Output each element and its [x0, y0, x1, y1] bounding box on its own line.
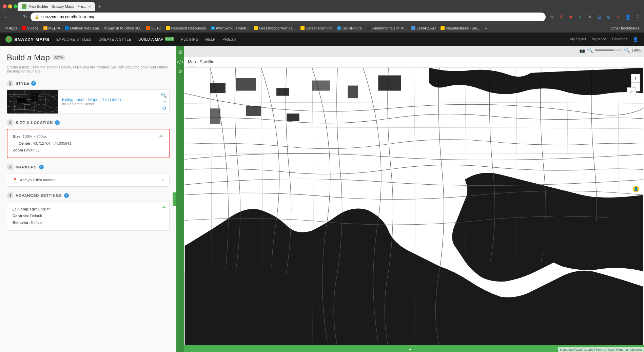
app-logo: 📍 SNAZZY MAPS [5, 36, 50, 43]
bookmark-star-btn[interactable]: ☆ [548, 13, 556, 21]
bookmark-fundamentals[interactable]: Fundamentals of M... [365, 25, 409, 31]
map-tool-code[interactable]: </> [177, 59, 183, 65]
address-bar[interactable]: 🔒 [31, 13, 546, 21]
adobe-btn[interactable]: ■ [567, 13, 575, 21]
nav-plugins[interactable]: PLUGINS [181, 37, 199, 41]
svg-rect-2 [31, 93, 38, 102]
style-settings-btn[interactable]: ⚙ [162, 105, 167, 111]
controls-row: Controls: Default [13, 213, 164, 220]
bookmark-outlook[interactable]: Outlook Web App [63, 25, 101, 31]
favorites-link[interactable]: Favorites [612, 37, 627, 42]
marker-chevron-right: › [162, 177, 164, 183]
nav-create-style[interactable]: CREATE A STYLE [98, 37, 132, 41]
bookmark-research[interactable]: Research Resources [164, 25, 208, 31]
bookmark-afterwork[interactable]: in After work, is what... [209, 25, 251, 31]
bookmark-office365[interactable]: ⊞ Sign in to Office 365 [102, 25, 143, 31]
advanced-edit-btn[interactable]: ✏ [162, 205, 167, 210]
map-visual: ⤢ + − 👤 Map data ©2023 Google | Terms of… [184, 57, 644, 352]
map-screenshot-icon[interactable]: 📷 [579, 47, 585, 53]
my-styles-link[interactable]: My Styles [570, 37, 586, 42]
nav-build-map[interactable]: BUILD A MAP NEW [138, 37, 174, 41]
forward-btn[interactable]: → [12, 14, 20, 20]
zoom-percent-label: 100% [632, 48, 641, 52]
marker-pin-icon: 📍 [13, 178, 17, 182]
style-help-icon[interactable]: ? [31, 81, 36, 86]
markers-help-icon[interactable]: ? [39, 165, 44, 169]
tab-close-btn[interactable]: ✕ [88, 5, 91, 8]
bookmark-ch341[interactable]: CH341SER [409, 25, 438, 31]
style-card: Epilog Laser - Maps (Thin Lines) by Benj… [7, 89, 170, 114]
sutd-favicon [146, 26, 150, 30]
bookmark-videos[interactable]: Videos [20, 25, 40, 31]
win-min-btn[interactable] [8, 4, 12, 8]
zoom-info-row: Zoom Level: 11 [13, 147, 163, 154]
add-marker-row[interactable]: 📍 Add your first marker [13, 178, 55, 182]
bookmarks-more-btn[interactable]: » [483, 25, 489, 31]
style-search-btn[interactable]: 🔍 [161, 92, 167, 98]
header-user-btn[interactable]: 👤 [633, 37, 639, 42]
size-location-help-icon[interactable]: ? [55, 120, 60, 125]
style-thumbnail-svg [7, 90, 58, 113]
bookmark-ch341-label: CH341SER [416, 26, 436, 30]
pegman-icon[interactable]: 👤 [632, 186, 639, 192]
advanced-help-icon[interactable]: ? [64, 193, 69, 198]
style-author: by Benjamin Sieber [62, 102, 154, 106]
size-location-edit-btn[interactable]: ✏ [159, 133, 163, 139]
outlook-favicon [65, 26, 69, 30]
other-bookmarks-btn[interactable]: Other bookmarks [609, 25, 641, 31]
advanced-title: ADVANCED SETTINGS [16, 193, 62, 198]
advanced-card: ✏ Language: English Controls: Default B [7, 202, 170, 230]
bookmark-skillsfuture[interactable]: SkillsFuture [335, 25, 364, 31]
bookmark-sutd[interactable]: SUTD [144, 25, 163, 31]
style-info: Epilog Laser - Maps (Thin Lines) by Benj… [58, 90, 158, 113]
bookmark-sutd-label: SUTD [151, 26, 161, 30]
size-location-content: ✏ Size: 100% × 600px ○ Center: 40.712784… [13, 133, 163, 153]
bookmark-career[interactable]: Career Planning [298, 25, 335, 31]
nav-press[interactable]: PRESS [222, 37, 236, 41]
menu-btn[interactable]: ⋮ [633, 13, 641, 21]
url-input[interactable] [41, 15, 542, 19]
address-bar-row: ← → ↻ 🔒 ☆ A ■ K ✕ ⊞ ⊕ M 👤 ⋮ [0, 11, 644, 23]
page-title: Build a Map BETA [7, 53, 170, 62]
size-label: Size: [13, 134, 22, 139]
panel-collapse-toggle[interactable]: ‹ [173, 192, 176, 206]
back-btn[interactable]: ← [3, 14, 10, 20]
style-section-title: STYLE [16, 81, 29, 85]
style-section: 1 STYLE ? [7, 80, 170, 114]
map-tool-layers[interactable]: ⊕ [178, 49, 182, 55]
google-apps-btn[interactable]: ⊞ [595, 13, 603, 21]
win-max-btn[interactable] [14, 4, 18, 8]
skillsfuture-favicon [337, 26, 341, 30]
map-fullscreen-btn[interactable]: ⤢ [627, 87, 636, 96]
kaspersky-btn[interactable]: K [576, 13, 584, 21]
reader-btn[interactable]: A [557, 13, 565, 21]
extensions-btn[interactable]: ⊕ [605, 13, 613, 21]
style-edit-link[interactable]: ✏ [163, 100, 167, 104]
nav-explore-styles[interactable]: EXPLORE STYLES [56, 37, 92, 41]
win-close-btn[interactable] [3, 4, 7, 8]
map-tool-settings[interactable]: ⚙ [178, 69, 182, 74]
my-maps-link[interactable]: My Maps [591, 37, 607, 42]
map-tab-map[interactable]: Map [188, 58, 196, 66]
bookmark-grasshopper[interactable]: Grasshopper/Kanga... [252, 25, 298, 31]
refresh-btn[interactable]: ↻ [22, 14, 28, 20]
bookmark-apps[interactable]: ⊞ Apps [3, 25, 19, 31]
svg-rect-12 [287, 113, 299, 121]
gmail-btn[interactable]: M [614, 13, 622, 21]
bookmark-outlook-label: Outlook Web App [70, 26, 99, 30]
map-zoom-in-btn[interactable]: + [631, 74, 640, 83]
nav-help[interactable]: HELP [205, 37, 216, 41]
style-section-header: 1 STYLE ? [7, 80, 170, 87]
bookmark-manufacturing[interactable]: Manufacturing (Sin... [438, 25, 482, 31]
user-btn[interactable]: 👤 [624, 13, 632, 21]
active-tab[interactable]: 📍 Map Builder - Snazzy Maps - Fre... ✕ [18, 2, 95, 11]
svg-rect-1 [17, 98, 26, 103]
bookmark-media[interactable]: nw MEDIA [41, 25, 62, 31]
close-x-btn[interactable]: ✕ [586, 13, 594, 21]
new-tab-btn[interactable]: + [95, 3, 103, 9]
map-tab-satellite[interactable]: Satellite [200, 58, 214, 66]
markers-number: 3 [7, 164, 14, 170]
tab-title: Map Builder - Snazzy Maps - Fre... [28, 4, 86, 8]
zoom-slider[interactable] [595, 49, 622, 51]
tab-favicon: 📍 [22, 4, 26, 9]
